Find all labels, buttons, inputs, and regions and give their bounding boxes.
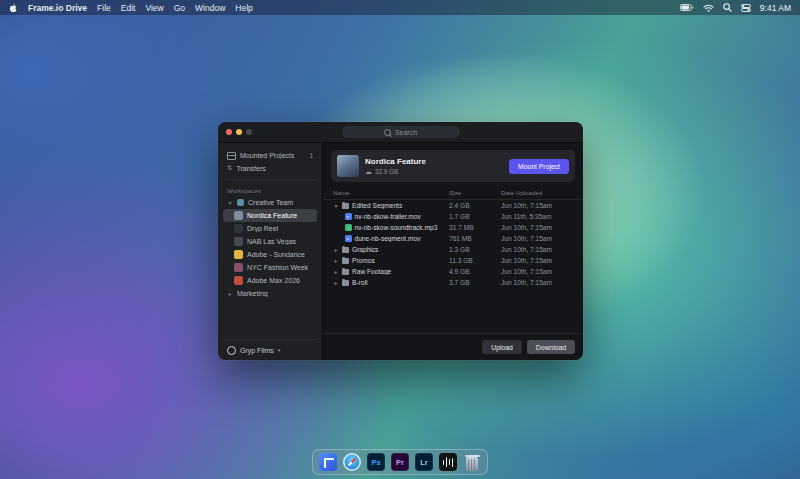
table-row[interactable]: ♪ nv-nb-skow-soundtrack.mp3 31.7 MB Jun … <box>323 222 583 233</box>
sidebar-item-label: Creative Team <box>248 199 293 206</box>
file-date: Jun 10th, 7:15am <box>501 246 573 253</box>
folder-icon <box>342 247 349 253</box>
trash-dock-icon[interactable] <box>463 453 481 471</box>
sidebar-item-nab-las-vegas[interactable]: NAB Las Vegas <box>223 235 317 248</box>
workspaces-heading: Workspaces <box>223 184 317 196</box>
file-date: Jun 10th, 7:15am <box>501 224 573 231</box>
window-titlebar[interactable]: Search <box>218 122 583 143</box>
folder-icon <box>342 203 349 209</box>
account-switcher[interactable]: Gryp Films ▾ <box>223 339 317 360</box>
control-center-icon[interactable] <box>741 4 751 12</box>
project-header-card: Nordica Feature ☁ 32.9 GB Mount Project <box>331 150 575 182</box>
menu-item-app[interactable]: Frame.io Drive <box>28 3 87 13</box>
search-icon[interactable] <box>723 3 732 12</box>
sidebar-item-label: Mounted Projects <box>240 152 294 159</box>
chevron-right-icon[interactable]: ▸ <box>333 269 339 275</box>
mount-project-button[interactable]: Mount Project <box>509 159 569 174</box>
menu-item-edit[interactable]: Edit <box>121 3 136 13</box>
chevron-right-icon[interactable]: ▸ <box>333 280 339 286</box>
photoshop-dock-icon[interactable]: Ps <box>367 453 385 471</box>
drive-icon <box>227 152 236 160</box>
project-thumbnail <box>337 155 359 177</box>
menu-item-go[interactable]: Go <box>174 3 185 13</box>
frameio-drive-dock-icon[interactable] <box>319 453 337 471</box>
file-size: 11.3 GB <box>449 257 501 264</box>
menu-clock[interactable]: 9:41 AM <box>760 3 791 13</box>
sidebar-item-marketing[interactable]: ▸ Marketing <box>223 287 317 300</box>
menu-item-window[interactable]: Window <box>195 3 225 13</box>
dock: Ps Pr Lr <box>312 449 488 475</box>
sidebar-item-creative-team[interactable]: ▾ Creative Team <box>223 196 317 209</box>
folder-icon <box>342 258 349 264</box>
search-icon <box>384 129 391 136</box>
project-avatar <box>234 237 243 246</box>
sidebar-item-label: NAB Las Vegas <box>247 238 296 245</box>
sidebar-item-adobe-sundance[interactable]: Adobe - Sundance <box>223 248 317 261</box>
transfers-icon: ⇅ <box>227 165 232 172</box>
column-date-uploaded[interactable]: Date Uploaded <box>501 189 573 196</box>
sidebar-item-mounted-projects[interactable]: Mounted Projects 1 <box>223 149 317 162</box>
menu-item-help[interactable]: Help <box>235 3 252 13</box>
zoom-button[interactable] <box>246 129 252 135</box>
table-row[interactable]: ▾ Edited Segments 2.4 GB Jun 10th, 7:15a… <box>323 200 583 211</box>
file-date: Jun 10th, 7:15am <box>501 202 573 209</box>
safari-dock-icon[interactable] <box>343 453 361 471</box>
file-size: 3.7 GB <box>449 279 501 286</box>
caret-down-icon: ▾ <box>278 347 281 353</box>
close-button[interactable] <box>226 129 232 135</box>
column-size[interactable]: Size <box>449 189 501 196</box>
frameio-drive-window: Search Mounted Projects 1 ⇅ Transfers Wo… <box>218 122 583 360</box>
file-name: Graphics <box>352 246 378 253</box>
file-size: 1.3 GB <box>449 246 501 253</box>
project-avatar <box>234 211 243 220</box>
folder-icon <box>342 269 349 275</box>
sidebar-item-dryp-reel[interactable]: Dryp Reel <box>223 222 317 235</box>
sidebar-item-nyc-fashion-week[interactable]: NYC Fashion Week <box>223 261 317 274</box>
file-name: dune-nb-segment.mov <box>355 235 421 242</box>
download-button[interactable]: Download <box>527 340 575 354</box>
chevron-right-icon[interactable]: ▸ <box>333 247 339 253</box>
table-row[interactable]: ▸ B-roll 3.7 GB Jun 10th, 7:15am <box>323 277 583 288</box>
search-placeholder: Search <box>395 129 417 136</box>
table-row[interactable]: ▸ Graphics 1.3 GB Jun 10th, 7:15am <box>323 244 583 255</box>
video-file-icon: ▸ <box>345 213 352 220</box>
apple-logo-icon[interactable] <box>9 3 18 13</box>
column-name[interactable]: Name <box>333 189 449 196</box>
search-input[interactable]: Search <box>342 126 460 138</box>
table-row[interactable]: ▸ dune-nb-segment.mov 761 MB Jun 10th, 7… <box>323 233 583 244</box>
table-row[interactable]: ▸ Raw Footage 4.9 GB Jun 10th, 7:15am <box>323 266 583 277</box>
divider <box>225 179 315 180</box>
menu-item-view[interactable]: View <box>145 3 163 13</box>
premiere-dock-icon[interactable]: Pr <box>391 453 409 471</box>
file-date: Jun 10th, 7:15am <box>501 279 573 286</box>
count-badge: 1 <box>309 152 313 159</box>
chevron-down-icon[interactable]: ▾ <box>333 203 339 209</box>
sidebar-item-label: Dryp Reel <box>247 225 278 232</box>
audio-file-icon: ♪ <box>345 224 352 231</box>
battery-icon[interactable] <box>680 4 694 11</box>
chevron-down-icon[interactable]: ▾ <box>227 200 233 206</box>
sidebar-item-label: Marketing <box>237 290 268 297</box>
chevron-right-icon[interactable]: ▸ <box>333 258 339 264</box>
sidebar-item-nordica-feature[interactable]: Nordica Feature <box>223 209 317 222</box>
main-content: Nordica Feature ☁ 32.9 GB Mount Project … <box>323 143 583 360</box>
upload-button[interactable]: Upload <box>482 340 522 354</box>
table-row[interactable]: ▸ nv-nb-skow-trailer.mov 1.7 GB Jun 11th… <box>323 211 583 222</box>
account-name: Gryp Films <box>240 347 274 354</box>
waveform-app-dock-icon[interactable] <box>439 453 457 471</box>
sidebar-item-adobe-max-2026[interactable]: Adobe Max 2026 <box>223 274 317 287</box>
table-row[interactable]: ▸ Promos 11.3 GB Jun 10th, 7:15am <box>323 255 583 266</box>
project-avatar <box>234 263 243 272</box>
project-size: 32.9 GB <box>375 168 398 175</box>
project-avatar <box>234 224 243 233</box>
lightroom-dock-icon[interactable]: Lr <box>415 453 433 471</box>
chevron-right-icon[interactable]: ▸ <box>227 291 233 297</box>
menu-item-file[interactable]: File <box>97 3 111 13</box>
wifi-icon[interactable] <box>703 4 714 12</box>
video-file-icon: ▸ <box>345 235 352 242</box>
sidebar-item-transfers[interactable]: ⇅ Transfers <box>223 162 317 175</box>
minimize-button[interactable] <box>236 129 242 135</box>
file-date: Jun 10th, 7:15am <box>501 235 573 242</box>
menu-bar: Frame.io Drive File Edit View Go Window … <box>0 0 800 15</box>
file-size: 761 MB <box>449 235 501 242</box>
